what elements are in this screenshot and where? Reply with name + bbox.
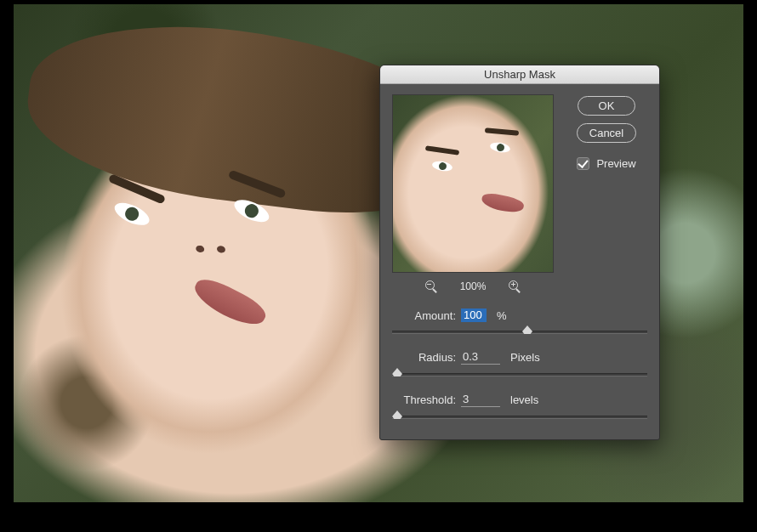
amount-unit: % [497, 309, 507, 322]
preview-checkbox-label: Preview [596, 157, 635, 170]
amount-slider-thumb[interactable] [522, 325, 532, 334]
threshold-slider[interactable] [392, 409, 647, 424]
amount-slider[interactable] [392, 324, 647, 339]
zoom-level-label: 100% [460, 280, 487, 292]
threshold-unit: levels [510, 393, 538, 406]
amount-label: Amount: [392, 309, 456, 322]
radius-input[interactable]: 0.3 [461, 349, 500, 365]
amount-input[interactable]: 100 [461, 308, 487, 322]
dialog-title: Unsharp Mask [380, 65, 659, 84]
preview-checkbox[interactable] [577, 157, 589, 170]
cancel-button[interactable]: Cancel [577, 123, 636, 143]
radius-slider-thumb[interactable] [392, 368, 402, 376]
radius-label: Radius: [392, 351, 456, 364]
radius-slider[interactable] [392, 366, 647, 382]
threshold-label: Threshold: [392, 393, 456, 406]
radius-unit: Pixels [510, 351, 540, 364]
unsharp-mask-dialog: Unsharp Mask 100% OK Cancel [379, 65, 660, 440]
filter-preview[interactable] [392, 94, 554, 273]
zoom-in-icon[interactable] [508, 280, 521, 293]
threshold-input[interactable]: 3 [461, 392, 500, 407]
zoom-out-icon[interactable] [424, 280, 438, 293]
ok-button[interactable]: OK [578, 96, 635, 116]
threshold-slider-thumb[interactable] [392, 410, 402, 419]
